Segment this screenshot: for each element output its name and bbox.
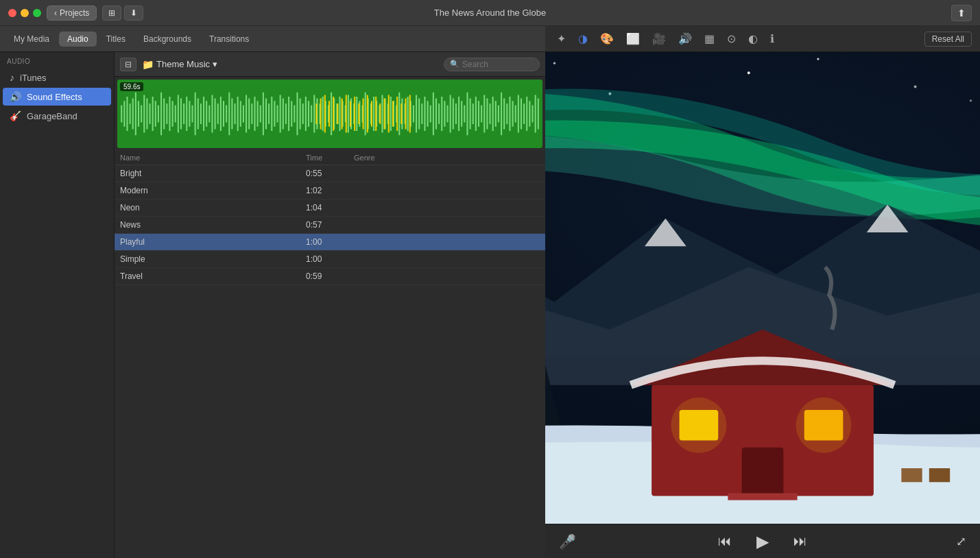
garageband-icon: 🎸 [10, 110, 21, 121]
microphone-button[interactable]: 🎤 [559, 533, 576, 550]
svg-rect-55 [274, 101, 275, 127]
svg-rect-54 [271, 97, 272, 131]
color-balance-icon[interactable]: ◑ [575, 30, 591, 47]
list-item-playful[interactable]: Playful 1:00 [115, 234, 545, 251]
search-input[interactable] [462, 60, 538, 69]
svg-rect-59 [285, 104, 287, 124]
svg-point-182 [817, 58, 819, 60]
svg-rect-42 [237, 97, 239, 131]
close-window-button[interactable] [8, 9, 16, 17]
equalizer-icon[interactable]: ▦ [701, 30, 718, 47]
preview-tools: ✦ ◑ 🎨 ⬜ 🎥 🔊 ▦ ⊙ ◐ ℹ [553, 30, 778, 47]
svg-rect-108 [424, 97, 425, 131]
sidebar-toggle-button[interactable]: ⊟ [120, 58, 136, 71]
svg-rect-12 [152, 97, 154, 131]
list-item[interactable]: Travel 0:59 [115, 268, 545, 285]
info-icon[interactable]: ℹ [767, 30, 778, 47]
chevron-left-icon: ‹ [54, 8, 57, 18]
svg-rect-99 [398, 93, 400, 136]
color-wheel-icon[interactable]: ◐ [745, 30, 761, 47]
svg-rect-123 [466, 93, 468, 136]
svg-rect-105 [416, 95, 417, 133]
svg-rect-78 [339, 97, 340, 131]
list-item[interactable]: News 0:57 [115, 217, 545, 234]
svg-rect-38 [226, 106, 227, 123]
sound-effects-icon: 🔊 [10, 91, 21, 102]
svg-rect-113 [438, 104, 440, 124]
svg-rect-146 [532, 106, 534, 123]
svg-rect-164 [379, 104, 381, 124]
traffic-lights [8, 9, 41, 17]
list-item[interactable]: Bright 0:55 [115, 165, 545, 182]
svg-rect-171 [409, 95, 411, 133]
svg-rect-5 [132, 99, 134, 130]
svg-rect-31 [206, 101, 207, 127]
svg-rect-39 [228, 93, 230, 136]
svg-rect-65 [302, 104, 304, 124]
audio-section-label: AUDIO [0, 52, 114, 68]
svg-rect-124 [470, 99, 471, 130]
minimize-window-button[interactable] [21, 9, 29, 17]
svg-rect-81 [348, 95, 349, 133]
fullscreen-button[interactable]: ⤢ [956, 534, 966, 549]
tab-backgrounds[interactable]: Backgrounds [135, 32, 200, 47]
speed-icon[interactable]: ⊙ [724, 30, 739, 47]
col-time-header: Time [306, 154, 354, 162]
itunes-icon: ♪ [10, 72, 14, 83]
view-mode-button[interactable]: ⬇ [124, 5, 143, 21]
camera-icon[interactable]: 🎥 [649, 30, 669, 47]
crop-icon[interactable]: ⬜ [623, 30, 643, 47]
svg-rect-109 [427, 101, 429, 127]
svg-rect-166 [388, 95, 390, 133]
sidebar-item-itunes[interactable]: ♪ iTunes [3, 69, 111, 86]
svg-rect-115 [444, 101, 445, 127]
list-item[interactable]: Simple 1:00 [115, 251, 545, 268]
projects-button[interactable]: ‹ Projects [47, 5, 97, 21]
share-button[interactable]: ⬆ [951, 5, 972, 21]
preview-toolbar: ✦ ◑ 🎨 ⬜ 🎥 🔊 ▦ ⊙ ◐ ℹ Reset All [545, 26, 980, 52]
svg-rect-27 [195, 93, 196, 136]
color-fill-icon[interactable]: 🎨 [597, 30, 617, 47]
svg-rect-30 [203, 97, 204, 131]
svg-rect-114 [441, 97, 442, 131]
svg-rect-112 [435, 99, 437, 130]
svg-rect-49 [257, 101, 259, 127]
reset-all-button[interactable]: Reset All [924, 32, 972, 47]
svg-rect-159 [358, 104, 359, 124]
svg-rect-106 [418, 99, 420, 130]
tab-audio[interactable]: Audio [59, 32, 97, 47]
svg-rect-57 [280, 95, 281, 133]
skip-forward-button[interactable]: ⏭ [788, 531, 813, 552]
preview-controls: 🎤 ⏮ ▶ ⏭ ⤢ [545, 524, 980, 558]
svg-point-176 [748, 71, 750, 74]
svg-rect-116 [447, 106, 449, 123]
skip-back-button[interactable]: ⏮ [713, 531, 737, 552]
folder-icon: 📁 [142, 59, 154, 70]
play-button[interactable]: ▶ [751, 529, 774, 554]
folder-selector[interactable]: 📁 Theme Music ▾ [142, 59, 217, 70]
svg-rect-58 [283, 99, 284, 130]
list-item[interactable]: Modern 1:02 [115, 182, 545, 199]
fullscreen-window-button[interactable] [33, 9, 41, 17]
svg-rect-154 [337, 104, 338, 124]
svg-rect-169 [401, 104, 402, 124]
col-genre-header: Genre [354, 154, 540, 162]
sidebar-item-garageband[interactable]: 🎸 GarageBand [3, 107, 111, 125]
view-split-button[interactable]: ⊞ [102, 5, 121, 21]
magic-wand-icon[interactable]: ✦ [553, 30, 569, 47]
volume-icon[interactable]: 🔊 [675, 30, 695, 47]
sidebar-item-sound-effects[interactable]: 🔊 Sound Effects [3, 88, 111, 106]
tab-transitions[interactable]: Transitions [201, 32, 257, 47]
svg-rect-47 [251, 104, 252, 124]
svg-rect-129 [483, 95, 485, 133]
svg-rect-130 [486, 99, 488, 130]
file-list-header: Name Time Genre [115, 151, 545, 165]
tab-my-media[interactable]: My Media [5, 32, 58, 47]
tab-titles[interactable]: Titles [98, 32, 134, 47]
svg-rect-148 [538, 99, 539, 130]
search-box[interactable]: 🔍 [444, 58, 540, 71]
svg-rect-163 [375, 97, 377, 131]
svg-rect-151 [324, 95, 326, 133]
list-item[interactable]: Neon 1:04 [115, 199, 545, 217]
svg-rect-43 [240, 101, 241, 127]
